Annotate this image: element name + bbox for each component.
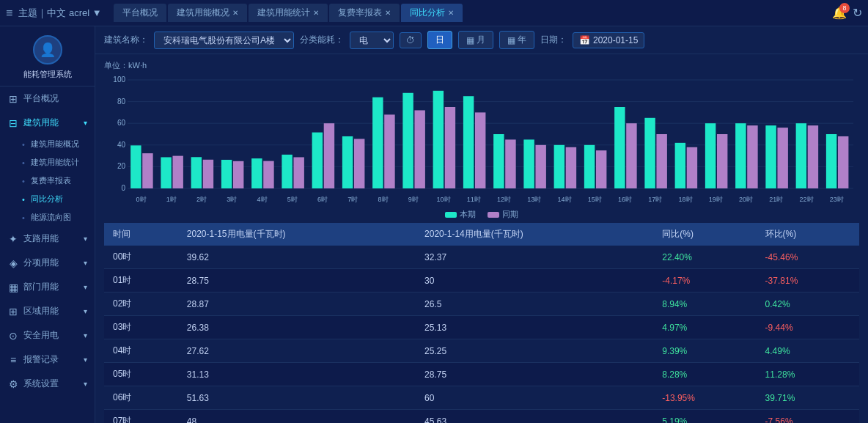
calendar-icon: 📅	[579, 35, 590, 45]
notification-badge: 8	[839, 3, 850, 13]
zone-icon: ⊞	[7, 306, 19, 317]
sidebar-item-subitem[interactable]: ◈ 分项用能 ▾	[0, 251, 95, 275]
table-cell: 0.42%	[757, 293, 859, 316]
table-cell: 9.39%	[653, 339, 756, 363]
category-select[interactable]: 电	[350, 32, 394, 49]
table-cell: 39.62	[178, 246, 416, 269]
table-cell: 25.13	[416, 316, 653, 339]
chart-area: 单位：kW·h 本期 同期	[95, 54, 868, 223]
table-row: 01时28.7530-4.17%-37.81%	[104, 269, 859, 293]
data-table-area: 时间 2020-1-15用电量(千瓦时) 2020-1-14用电量(千瓦时) 同…	[95, 223, 868, 423]
col-time: 时间	[104, 223, 178, 246]
table-cell: 25.25	[416, 339, 653, 363]
table-row: 05时31.1328.758.28%11.28%	[104, 363, 859, 386]
table-cell: 51.63	[178, 386, 416, 410]
table-cell: 26.5	[416, 293, 653, 316]
close-icon[interactable]: ✕	[385, 9, 391, 17]
table-cell: 30	[416, 269, 653, 293]
table-cell: 26.38	[178, 316, 416, 339]
legend-current: 本期	[445, 209, 476, 220]
date-label: 日期：	[540, 34, 567, 46]
chevron-down-icon: ▾	[84, 380, 87, 388]
sidebar-item-alarm[interactable]: ≡ 报警记录 ▾	[0, 347, 95, 372]
platform-icon: ⊞	[7, 93, 19, 105]
tab-rate-report[interactable]: 复费率报表 ✕	[329, 4, 400, 22]
table-row: 02时28.8726.58.94%0.42%	[104, 293, 859, 316]
table-cell: 07时	[104, 410, 178, 424]
year-btn[interactable]: ▦年	[499, 31, 534, 49]
subitem-icon: ◈	[7, 257, 19, 269]
table-cell: 00时	[104, 246, 178, 269]
day-btn[interactable]: 日	[427, 31, 452, 49]
table-cell: 06时	[104, 386, 178, 410]
chevron-down-icon: ▾	[84, 235, 87, 243]
table-cell: -9.44%	[757, 316, 859, 339]
sidebar-item-rate-report[interactable]: 复费率报表	[15, 172, 95, 190]
table-cell: 5.19%	[653, 410, 756, 424]
sidebar-item-dept[interactable]: ▦ 部门用能 ▾	[0, 275, 95, 299]
table-row: 03时26.3825.134.97%-9.44%	[104, 316, 859, 339]
menu-icon[interactable]: ≡	[6, 7, 12, 20]
sidebar-item-settings[interactable]: ⚙ 系统设置 ▾	[0, 372, 95, 396]
table-row: 00时39.6232.3722.40%-45.46%	[104, 246, 859, 269]
sidebar-item-building-overview[interactable]: 建筑用能概况	[15, 135, 95, 153]
table-cell: 45.63	[416, 410, 653, 424]
clock-btn[interactable]: ⏱	[400, 32, 422, 48]
legend-current-label: 本期	[460, 209, 476, 220]
refresh-icon[interactable]: ↻	[853, 6, 862, 20]
table-cell: 27.62	[178, 339, 416, 363]
sidebar-item-building-stats[interactable]: 建筑用能统计	[15, 153, 95, 172]
close-icon[interactable]: ✕	[313, 9, 319, 17]
chevron-down-icon: ▾	[84, 119, 87, 127]
chevron-down-icon: ▾	[84, 283, 87, 291]
col-current-kwh: 2020-1-15用电量(千瓦时)	[178, 223, 416, 246]
table-cell: 60	[416, 386, 653, 410]
close-icon[interactable]: ✕	[232, 9, 238, 17]
table-cell: -13.95%	[653, 386, 756, 410]
sidebar-item-safety[interactable]: ⊙ 安全用电 ▾	[0, 323, 95, 347]
col-mom: 环比(%)	[757, 223, 859, 246]
sidebar-item-branch[interactable]: ✦ 支路用能 ▾	[0, 227, 95, 251]
sidebar-item-building[interactable]: ⊟ 建筑用能 ▾	[0, 111, 95, 135]
table-cell: 48	[178, 410, 416, 424]
sidebar-item-energy-flow[interactable]: 能源流向图	[15, 208, 95, 227]
sidebar-nav: ⊞ 平台概况 ⊟ 建筑用能 ▾ 建筑用能概况 建筑用能统计 复费率报表 同	[0, 87, 95, 423]
sidebar-item-zone[interactable]: ⊞ 区域用能 ▾	[0, 299, 95, 323]
chevron-down-icon: ▾	[84, 331, 87, 339]
table-cell: 31.13	[178, 363, 416, 386]
close-icon[interactable]: ✕	[448, 9, 454, 17]
month-grid-icon: ▦	[466, 35, 474, 45]
table-cell: -7.56%	[757, 410, 859, 424]
sidebar-sub-building: 建筑用能概况 建筑用能统计 复费率报表 同比分析 能源流向图	[0, 135, 95, 227]
dept-icon: ▦	[7, 282, 19, 293]
building-select[interactable]: 安科瑞电气股份有限公司A楼	[154, 32, 294, 49]
sidebar-item-platform[interactable]: ⊞ 平台概况	[0, 87, 95, 111]
brand-label: 主题｜中文 acrel ▼	[18, 7, 101, 20]
tab-platform[interactable]: 平台概况	[114, 4, 166, 22]
chevron-down-icon: ▾	[84, 259, 87, 267]
sidebar-item-comparison[interactable]: 同比分析	[15, 190, 95, 208]
tab-building-stats[interactable]: 建筑用能统计 ✕	[249, 4, 328, 22]
chart-container	[104, 74, 859, 206]
chevron-down-icon: ▾	[84, 307, 87, 315]
date-picker[interactable]: 📅 2020-01-15	[573, 32, 644, 48]
notification-icon[interactable]: 🔔 8	[832, 6, 847, 20]
table-cell: 11.28%	[757, 363, 859, 386]
filterbar: 建筑名称： 安科瑞电气股份有限公司A楼 分类能耗： 电 ⏱ 日 ▦月 ▦年 日期…	[95, 26, 868, 54]
layout: 👤 能耗管理系统 ⊞ 平台概况 ⊟ 建筑用能 ▾ 建筑用能概况 建筑用能统计	[0, 26, 868, 423]
table-cell: 03时	[104, 316, 178, 339]
table-row: 07时4845.635.19%-7.56%	[104, 410, 859, 424]
month-btn[interactable]: ▦月	[458, 31, 493, 49]
legend-current-color	[445, 212, 457, 218]
table-cell: -45.46%	[757, 246, 859, 269]
settings-icon: ⚙	[7, 378, 19, 390]
tab-building-overview[interactable]: 建筑用能概况 ✕	[168, 4, 247, 22]
table-cell: 22.40%	[653, 246, 756, 269]
chevron-down-icon: ▾	[84, 356, 87, 364]
table-cell: 8.28%	[653, 363, 756, 386]
legend-previous-color	[488, 212, 499, 218]
branch-icon: ✦	[7, 233, 19, 245]
year-grid-icon: ▦	[507, 35, 515, 45]
table-cell: 02时	[104, 293, 178, 316]
tab-comparison[interactable]: 同比分析 ✕	[401, 4, 463, 22]
